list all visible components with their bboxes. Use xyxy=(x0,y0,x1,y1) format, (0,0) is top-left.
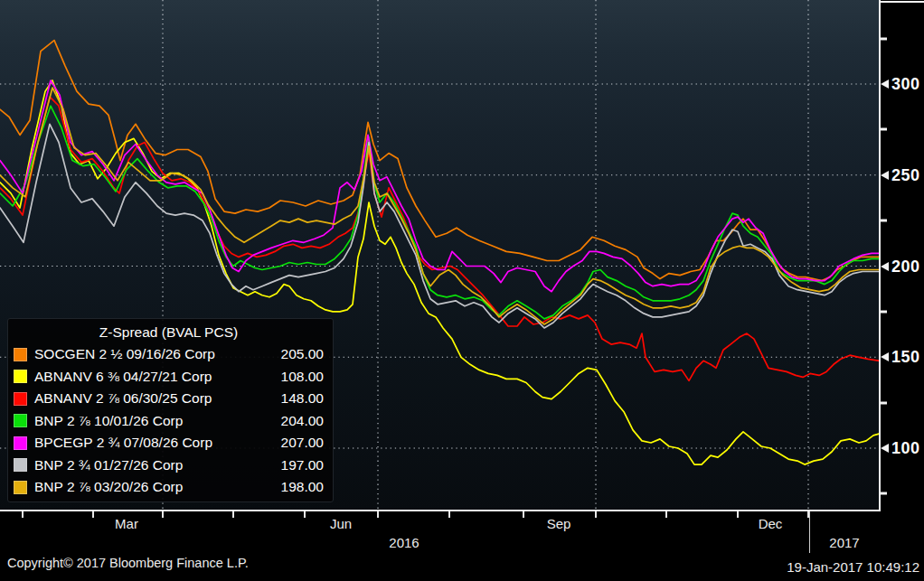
y-tick-arrow-250 xyxy=(881,171,889,180)
legend-row-3[interactable]: BNP 2 ⅞ 10/01/26 Corp204.00 xyxy=(14,410,324,433)
x-tick xyxy=(523,511,524,518)
legend-value-6: 198.00 xyxy=(281,479,324,495)
bloomberg-chart-window: 300250200150100 MarJunSepDec 2016 2017 Z… xyxy=(0,0,924,581)
series-line-6[interactable] xyxy=(0,88,880,324)
x-tick xyxy=(304,511,306,518)
x-axis-line xyxy=(0,510,881,511)
y-tick-label-150: 150 xyxy=(891,348,920,367)
legend-swatch-3 xyxy=(14,414,27,427)
legend-label-1: ABNANV 6 ⅜ 04/27/21 Corp xyxy=(34,369,212,385)
y-minor-tick-325 xyxy=(881,37,887,40)
y-tick-label-200: 200 xyxy=(891,257,920,276)
y-minor-tick-125 xyxy=(881,401,887,404)
legend-swatch-4 xyxy=(14,436,27,450)
timestamp-text: 19-Jan-2017 10:49:12 xyxy=(787,559,919,575)
chart-legend[interactable]: Z-Spread (BVAL PCS) SOCGEN 2 ½ 09/16/26 … xyxy=(7,318,334,502)
x-tick xyxy=(22,511,24,518)
legend-swatch-1 xyxy=(14,370,27,383)
x-month-label-sep: Sep xyxy=(547,516,571,531)
y-minor-tick-275 xyxy=(881,128,887,131)
legend-row-5[interactable]: BNP 2 ¾ 01/27/26 Corp197.00 xyxy=(14,454,324,477)
series-line-3[interactable] xyxy=(0,106,880,319)
legend-row-2[interactable]: ABNANV 2 ⅞ 06/30/25 Corp148.00 xyxy=(14,388,324,410)
legend-label-6: BNP 2 ⅞ 03/20/26 Corp xyxy=(34,479,183,495)
x-tick xyxy=(377,511,379,518)
legend-row-6[interactable]: BNP 2 ⅞ 03/20/26 Corp198.00 xyxy=(14,476,324,499)
x-month-label-jun: Jun xyxy=(330,516,352,531)
x-tick xyxy=(595,511,597,518)
legend-swatch-5 xyxy=(14,458,27,472)
frame-top-right xyxy=(880,1,924,3)
copyright-text: Copyright© 2017 Bloomberg Finance L.P. xyxy=(7,556,249,570)
legend-label-0: SOCGEN 2 ½ 09/16/26 Corp xyxy=(34,346,215,362)
legend-value-0: 205.00 xyxy=(281,346,324,362)
legend-title: Z-Spread (BVAL PCS) xyxy=(14,323,324,343)
y-tick-label-300: 300 xyxy=(891,75,920,94)
y-tick-arrow-300 xyxy=(881,80,889,89)
legend-swatch-2 xyxy=(14,392,27,406)
legend-label-2: ABNANV 2 ⅞ 06/30/25 Corp xyxy=(34,390,212,407)
x-tick xyxy=(737,511,739,518)
x-tick xyxy=(232,511,234,518)
year-label-2016: 2016 xyxy=(389,535,419,550)
x-tick xyxy=(665,511,667,518)
y-tick-arrow-100 xyxy=(881,444,889,453)
legend-swatch-6 xyxy=(14,481,27,494)
y-tick-label-100: 100 xyxy=(891,439,920,458)
legend-swatch-0 xyxy=(14,348,27,361)
legend-value-4: 207.00 xyxy=(281,435,324,451)
legend-value-3: 204.00 xyxy=(281,413,324,429)
x-month-label-mar: Mar xyxy=(115,516,138,531)
x-tick xyxy=(162,511,164,518)
x-month-label-dec: Dec xyxy=(759,516,783,531)
x-tick xyxy=(448,511,450,518)
y-minor-tick-75 xyxy=(881,492,887,495)
legend-label-5: BNP 2 ¾ 01/27/26 Corp xyxy=(34,457,183,473)
y-tick-arrow-200 xyxy=(881,262,889,271)
legend-row-0[interactable]: SOCGEN 2 ½ 09/16/26 Corp205.00 xyxy=(14,343,324,366)
legend-value-5: 197.00 xyxy=(281,457,324,473)
year-label-2017: 2017 xyxy=(829,535,859,550)
legend-value-1: 108.00 xyxy=(281,369,324,385)
legend-rows: SOCGEN 2 ½ 09/16/26 Corp205.00ABNANV 6 ⅜… xyxy=(14,343,324,499)
year-divider-line xyxy=(809,511,810,553)
y-axis-line xyxy=(879,0,881,511)
y-tick-label-250: 250 xyxy=(891,165,920,184)
y-minor-tick-175 xyxy=(881,310,887,313)
legend-label-4: BPCEGP 2 ¾ 07/08/26 Corp xyxy=(34,435,212,451)
legend-value-2: 148.00 xyxy=(281,390,324,407)
y-tick-arrow-150 xyxy=(881,352,889,361)
legend-row-4[interactable]: BPCEGP 2 ¾ 07/08/26 Corp207.00 xyxy=(14,432,324,454)
y-minor-tick-225 xyxy=(881,220,887,222)
legend-row-1[interactable]: ABNANV 6 ⅜ 04/27/21 Corp108.00 xyxy=(14,366,324,389)
legend-label-3: BNP 2 ⅞ 10/01/26 Corp xyxy=(34,413,183,429)
x-tick xyxy=(92,511,94,518)
